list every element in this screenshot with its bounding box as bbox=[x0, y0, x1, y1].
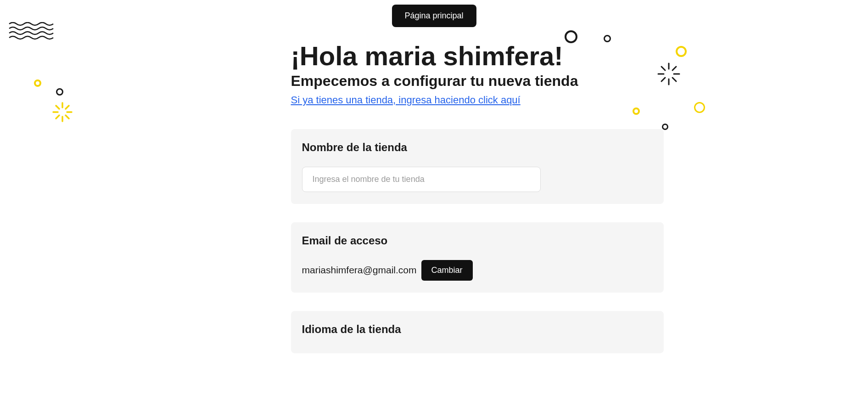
email-card: Email de acceso mariashimfera@gmail.com … bbox=[291, 222, 664, 293]
change-email-button[interactable]: Cambiar bbox=[421, 260, 473, 281]
svg-line-7 bbox=[56, 115, 59, 119]
deco-circle-icon bbox=[694, 102, 705, 113]
page-title: ¡Hola maria shimfera! bbox=[291, 41, 664, 71]
language-label: Idioma de la tienda bbox=[302, 323, 653, 336]
email-value: mariashimfera@gmail.com bbox=[302, 265, 417, 276]
store-name-label: Nombre de la tienda bbox=[302, 141, 653, 154]
svg-line-5 bbox=[66, 115, 69, 119]
spark-icon bbox=[52, 102, 73, 122]
store-name-input[interactable] bbox=[302, 167, 541, 192]
store-name-card: Nombre de la tienda bbox=[291, 129, 664, 204]
deco-circle-icon bbox=[34, 79, 41, 87]
email-label: Email de acceso bbox=[302, 234, 653, 247]
page-subtitle: Empecemos a configurar tu nueva tienda bbox=[291, 73, 664, 90]
svg-line-4 bbox=[56, 106, 59, 109]
existing-store-login-link[interactable]: Si ya tienes una tienda, ingresa haciend… bbox=[291, 94, 521, 106]
svg-line-6 bbox=[66, 106, 69, 109]
main-page-button[interactable]: Página principal bbox=[392, 5, 476, 27]
language-card: Idioma de la tienda bbox=[291, 311, 664, 353]
deco-circle-icon bbox=[56, 88, 63, 96]
waves-icon bbox=[8, 22, 56, 40]
